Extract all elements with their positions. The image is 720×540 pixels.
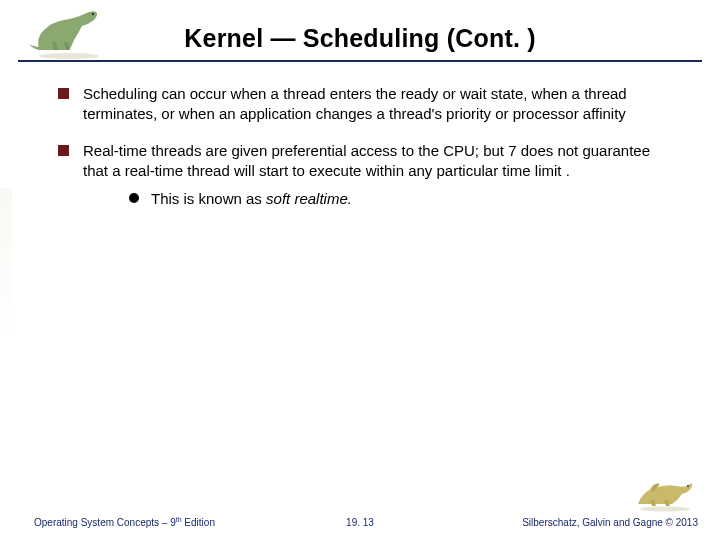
square-bullet-icon: [58, 145, 69, 156]
bullet-text: Real-time threads are given preferential…: [83, 141, 670, 210]
svg-point-0: [39, 53, 99, 59]
svg-point-3: [687, 485, 689, 487]
bullet-text: Scheduling can occur when a thread enter…: [83, 84, 670, 125]
footer-left-text: Operating System Concepts – 9th Edition: [34, 516, 215, 528]
dinosaur-icon: [24, 2, 114, 60]
sub-text-prefix: This is known as: [151, 190, 266, 207]
square-bullet-icon: [58, 88, 69, 99]
slide-footer: Operating System Concepts – 9th Edition …: [0, 508, 720, 530]
slide-title: Kernel — Scheduling (Cont. ): [18, 0, 702, 53]
bullet-item: Real-time threads are given preferential…: [58, 141, 670, 210]
footer-copyright: Silberschatz, Galvin and Gagne © 2013: [522, 517, 698, 528]
sub-bullet-text: This is known as soft realtime.: [151, 189, 352, 209]
decorative-strip: [0, 188, 12, 338]
footer-edition: Edition: [182, 517, 215, 528]
footer-book: Operating System Concepts – 9: [34, 517, 176, 528]
bullet-item: Scheduling can occur when a thread enter…: [58, 84, 670, 125]
circle-bullet-icon: [129, 193, 139, 203]
sub-text-italic: soft realtime.: [266, 190, 352, 207]
slide-header: Kernel — Scheduling (Cont. ): [18, 0, 702, 62]
svg-point-1: [92, 13, 94, 15]
bullet-text-content: Real-time threads are given preferential…: [83, 142, 650, 179]
dinosaur-footer-icon: [630, 472, 700, 512]
slide-number: 19. 13: [346, 517, 374, 528]
slide-body: Scheduling can occur when a thread enter…: [0, 62, 720, 209]
sub-bullet-item: This is known as soft realtime.: [129, 189, 670, 209]
